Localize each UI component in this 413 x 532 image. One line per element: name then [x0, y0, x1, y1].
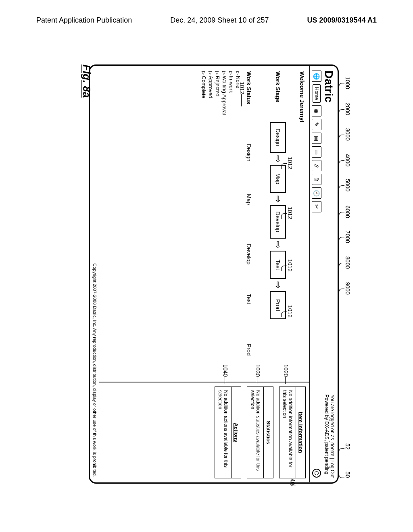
globe-icon[interactable]: 🌐	[312, 71, 321, 82]
ref-52: 52	[344, 443, 351, 450]
status-item-inwork[interactable]: In-work	[228, 71, 235, 376]
login-sep: |	[330, 457, 335, 461]
stage-prod[interactable]: Prod	[270, 291, 286, 319]
status-col-design: Design	[246, 144, 252, 170]
ref-8000: 8000	[344, 256, 351, 269]
copyright-footer: Copyright 2007-2008 Datric, Inc. Any rep…	[92, 264, 97, 477]
ref-1030: 1030	[254, 364, 261, 384]
arrow-icon: ⇨	[273, 281, 282, 289]
panel-statistics: Statistics No addition statistics availa…	[247, 387, 273, 478]
ref-4000: 4000	[344, 154, 351, 166]
title-bar: Datric You are logged on as jdoerre | Lo…	[321, 66, 338, 482]
stage-test[interactable]: Test	[270, 251, 286, 279]
body-area: Welcome Jeremy! 1012 1012 1012 1012 Work…	[99, 66, 309, 482]
work-stage-row: Work Stage Design ⇨ Map ⇨ Develop ⇨ Test…	[270, 71, 286, 376]
stage-develop[interactable]: Develop	[270, 205, 286, 239]
work-stage-label: Work Stage	[275, 71, 281, 120]
figure-label: Fig. 8a	[80, 64, 93, 98]
clock-icon[interactable]: 🕘	[312, 187, 321, 199]
status-item-waiting[interactable]: Waiting Approval	[221, 71, 228, 376]
status-item-none[interactable]: None	[235, 71, 242, 376]
status-col-map: Map	[246, 194, 252, 220]
main-column: Welcome Jeremy! 1012 1012 1012 1012 Work…	[99, 66, 309, 382]
status-item-rejected[interactable]: Rejected	[214, 71, 221, 376]
stage-map[interactable]: Map	[270, 165, 286, 193]
ref-3000: 3000	[344, 128, 351, 141]
ref-2000: 2000	[344, 103, 351, 115]
arrow-icon: ⇨	[273, 241, 282, 248]
card-icon[interactable]: ▭	[312, 146, 321, 158]
ref-1012-a: 1012	[287, 157, 293, 169]
panel-actions: Actions No addition actions available fo…	[215, 387, 241, 478]
login-prefix: You are logged on as	[330, 395, 335, 441]
pencil-icon[interactable]: ✎	[312, 119, 321, 130]
pub-label: Patent Application Publication	[36, 16, 132, 25]
status-item-complete[interactable]: Complete	[200, 71, 207, 376]
panel-title-actions: Actions	[231, 387, 241, 478]
status-indicator-icon	[312, 469, 321, 478]
app-window: Datric You are logged on as jdoerre | Lo…	[89, 64, 339, 484]
brand-logo: Datric	[322, 71, 335, 102]
work-status-header: Work Status Design Map Develop Test Prod	[246, 71, 252, 376]
stack-icon[interactable]: ▤	[312, 133, 321, 144]
link-icon[interactable]: 𝓢	[312, 160, 321, 171]
powered-by: Powered by DX-ADS, patent pending	[324, 395, 330, 478]
arrow-icon: ⇨	[273, 195, 282, 203]
panel-body-item-info: No addition information available for th…	[280, 387, 296, 478]
ref-1012-c: 1012	[287, 259, 293, 272]
cut-icon[interactable]: ✂	[312, 201, 321, 212]
ref-1012-d: 1012	[287, 305, 293, 318]
ref-7000: 7000	[344, 231, 351, 243]
ref-50: 50	[344, 472, 351, 478]
panel-title-stats: Statistics	[263, 387, 273, 478]
home-button[interactable]: Home	[313, 84, 321, 103]
ref-1012-e: 1012	[239, 82, 245, 106]
status-col-develop: Develop	[246, 244, 252, 270]
logout-link[interactable]: Log Out	[330, 460, 335, 478]
top-reference-row: 1000 2000 3000 4000 5000 6000 7000 8000 …	[339, 64, 351, 492]
ref-1020: 1020	[283, 364, 289, 384]
work-status-label: Work Status	[246, 71, 252, 120]
status-col-prod: Prod	[246, 344, 252, 370]
ref-6000: 6000	[344, 206, 351, 218]
ref-1000: 1000	[344, 77, 351, 89]
welcome-heading: Welcome Jeremy!	[299, 71, 306, 376]
grid-icon[interactable]: ▦	[312, 105, 321, 116]
patent-page-header: Patent Application Publication Dec. 24, …	[0, 0, 413, 31]
panel-body-actions: No addition actions available for this s…	[215, 387, 231, 478]
toolbar-left: 🌐 Home ▦ ✎ ▤ ▭ 𝓢 🗎 🕘 ✂	[312, 71, 321, 212]
note-icon[interactable]: 🗎	[312, 174, 321, 185]
panel-body-stats: No addition statistics available for thi…	[247, 387, 263, 478]
ref-5000: 5000	[344, 179, 351, 191]
ref-9000: 9000	[344, 282, 351, 295]
status-item-approved[interactable]: Approved	[207, 71, 214, 376]
pub-center: Dec. 24, 2009 Sheet 10 of 257	[170, 16, 269, 25]
login-status: You are logged on as jdoerre | Log Out P…	[324, 395, 335, 478]
stage-design[interactable]: Design	[270, 122, 286, 153]
status-list: None In-work Waiting Approval Rejected A…	[200, 71, 242, 376]
status-col-test: Test	[246, 294, 252, 320]
ref-1040: 1040	[222, 364, 229, 384]
ref-1012-b: 1012	[287, 207, 293, 219]
panel-title-item-info: Item Information	[296, 387, 305, 478]
side-column: Item Information No addition information…	[99, 382, 309, 482]
panel-item-information: Item Information No addition information…	[279, 387, 306, 478]
toolbar: 🌐 Home ▦ ✎ ▤ ▭ 𝓢 🗎 🕘 ✂	[310, 66, 321, 482]
login-username[interactable]: jdoerre	[330, 441, 335, 456]
arrow-icon: ⇨	[273, 155, 282, 162]
pub-number: US 2009/0319544 A1	[307, 16, 377, 25]
figure-rotated-container: 1000 2000 3000 4000 5000 6000 7000 8000 …	[60, 64, 351, 492]
header-divider	[309, 66, 310, 482]
